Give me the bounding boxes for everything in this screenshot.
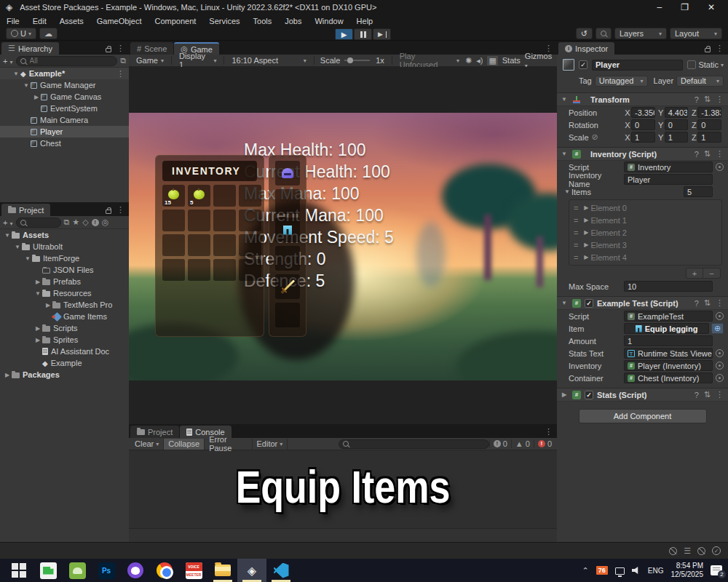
equip-slot-sword[interactable] — [275, 274, 300, 299]
menu-gameobject[interactable]: GameObject — [90, 17, 149, 25]
inventory-slot-empty[interactable] — [162, 210, 185, 231]
project-item-example-scene[interactable]: ◆ Example — [0, 357, 129, 369]
taskbar-app-android[interactable] — [63, 559, 92, 582]
help-icon[interactable]: ? — [695, 150, 699, 159]
add-asset-dropdown[interactable]: + ▾ — [3, 218, 13, 227]
items-element-row[interactable]: =▶Element 2 — [569, 226, 721, 239]
favorites-icon[interactable]: ★ — [72, 218, 79, 227]
drag-handle-icon[interactable]: = — [574, 204, 578, 212]
foldout-expanded-icon[interactable]: ▼ — [12, 71, 20, 77]
presets-icon[interactable]: ⇅ — [704, 95, 711, 104]
pause-button[interactable] — [354, 28, 372, 40]
position-z-field[interactable]: -1.383 — [697, 107, 721, 118]
kebab-menu-icon[interactable]: ⋮ — [716, 44, 724, 53]
inventory-slot-empty[interactable] — [213, 234, 236, 256]
account-dropdown[interactable]: U ▾ — [6, 28, 36, 39]
rotation-y-field[interactable]: 0 — [665, 119, 689, 130]
inventory-slot-empty[interactable] — [188, 234, 210, 256]
tab-project[interactable]: Project — [1, 204, 50, 216]
items-element-row[interactable]: =▶Element 4 — [569, 251, 721, 263]
active-checkbox[interactable]: ✓ — [579, 60, 587, 69]
scale-y-field[interactable]: 1 — [665, 132, 689, 143]
taskbar-app-unity[interactable]: ◈ — [237, 559, 266, 582]
foldout-collapsed-icon[interactable]: ▶ — [560, 391, 569, 398]
add-component-button[interactable]: Add Component — [579, 409, 707, 423]
hierarchy-search-input[interactable] — [16, 56, 118, 66]
inventory-slot-empty[interactable] — [162, 234, 185, 256]
stats-button[interactable]: Stats — [502, 56, 521, 65]
speaker-icon[interactable] — [632, 567, 641, 575]
foldout-collapsed-icon[interactable]: ▶ — [33, 279, 42, 285]
inventory-slot-empty[interactable] — [213, 259, 236, 281]
layer-dropdown[interactable]: Default▾ — [676, 76, 724, 87]
equip-slot-empty[interactable] — [275, 189, 300, 214]
items-element-row[interactable]: =▶Element 3 — [569, 239, 721, 251]
drag-handle-icon[interactable]: = — [574, 253, 578, 262]
gpu-temp-badge[interactable]: 76 — [596, 566, 608, 575]
equip-slot-helmet[interactable] — [275, 161, 300, 186]
inventory-slot-empty[interactable] — [213, 185, 236, 207]
menu-window[interactable]: Window — [308, 17, 349, 25]
equip-slot-leggings[interactable] — [275, 218, 300, 242]
presets-icon[interactable]: ⇅ — [704, 298, 711, 308]
gameobject-name-field[interactable]: Player — [592, 60, 683, 71]
stats-text-object-field[interactable]: TRuntime Stats Viewer — [624, 348, 713, 359]
start-button[interactable] — [4, 559, 33, 582]
inventory-slot-empty[interactable] — [239, 234, 261, 256]
inventory-slot-empty[interactable] — [239, 259, 261, 281]
project-item-resources[interactable]: ▼ Resources — [0, 287, 129, 299]
menu-component[interactable]: Component — [148, 17, 202, 25]
layout-dropdown[interactable]: Layout▾ — [670, 28, 722, 39]
inventory-slot-apple[interactable]: 15 — [162, 185, 185, 207]
error-count-toggle[interactable]: !0 — [534, 439, 555, 448]
hierarchy-scene-row[interactable]: ▼ ◆ Example* ⋮ — [0, 68, 129, 79]
tab-scene[interactable]: # Scene — [130, 42, 173, 55]
drag-handle-icon[interactable]: = — [574, 216, 578, 225]
rotation-x-field[interactable]: 0 — [631, 119, 655, 130]
label-tag-icon[interactable]: ◇ — [82, 218, 88, 227]
notification-center-icon[interactable]: 2 — [711, 565, 722, 575]
item-object-field[interactable]: Equip legging — [624, 323, 709, 334]
tab-hierarchy[interactable]: ☰ Hierarchy — [1, 42, 59, 55]
position-x-field[interactable]: -3.356 — [631, 107, 655, 118]
warning-count-toggle[interactable]: ▲0 — [511, 439, 534, 448]
collapse-button[interactable]: Collapse — [164, 439, 205, 450]
menu-file[interactable]: File — [0, 17, 26, 25]
taskbar-app-chrome[interactable] — [150, 559, 179, 582]
eye-icon[interactable]: ◎ — [102, 218, 109, 227]
layers-stack-icon[interactable]: ☰ — [684, 546, 691, 556]
foldout-expanded-icon[interactable]: ▼ — [563, 188, 571, 195]
refresh-disabled-icon[interactable] — [697, 547, 705, 555]
equip-slot-empty[interactable] — [275, 303, 300, 327]
script-object-field[interactable]: #ExampleTest — [624, 311, 713, 322]
open-search-icon[interactable]: ⧉ — [64, 218, 70, 227]
foldout-collapsed-icon[interactable]: ▶ — [582, 254, 590, 260]
item-picker-button[interactable]: ⊕ — [711, 323, 724, 334]
menu-tools[interactable]: Tools — [247, 17, 279, 25]
inventory-slot-apple[interactable]: 5 — [188, 185, 210, 207]
foldout-expanded-icon[interactable]: ▼ — [560, 151, 569, 157]
lock-icon[interactable] — [705, 48, 711, 52]
foldout-collapsed-icon[interactable]: ▶ — [44, 302, 52, 308]
inventory-name-field[interactable]: Player — [624, 174, 713, 185]
display-dropdown[interactable]: Display 1▾ — [175, 55, 221, 66]
clear-dropdown-button[interactable]: Clear▾ — [130, 439, 164, 450]
taskbar-app-explorer[interactable] — [208, 559, 237, 582]
play-unfocused-dropdown[interactable]: Play Unfocused▾ — [395, 55, 464, 66]
kebab-menu-icon[interactable]: ⋮ — [116, 69, 129, 79]
help-icon[interactable]: ? — [695, 95, 699, 104]
display-target-dropdown[interactable]: Game▾ — [132, 55, 168, 66]
hierarchy-item-game-canvas[interactable]: ▶ Game Canvas — [0, 91, 129, 103]
foldout-collapsed-icon[interactable]: ▶ — [582, 242, 590, 248]
inventory-slot-empty[interactable] — [188, 210, 210, 231]
layers-dropdown[interactable]: Layers▾ — [614, 28, 667, 39]
items-element-row[interactable]: =▶Element 0 — [569, 202, 721, 214]
project-item-textmesh-pro[interactable]: ▶ TextMesh Pro — [0, 299, 129, 311]
inventory-slot-empty[interactable] — [188, 259, 210, 281]
language-indicator[interactable]: ENG — [648, 567, 664, 575]
close-button[interactable]: ✕ — [708, 2, 715, 12]
object-picker-icon[interactable] — [716, 349, 724, 357]
rotation-z-field[interactable]: 0 — [697, 119, 721, 130]
maximize-button[interactable]: ❐ — [681, 2, 689, 12]
link-constraint-icon[interactable]: ⊘ — [592, 132, 598, 142]
